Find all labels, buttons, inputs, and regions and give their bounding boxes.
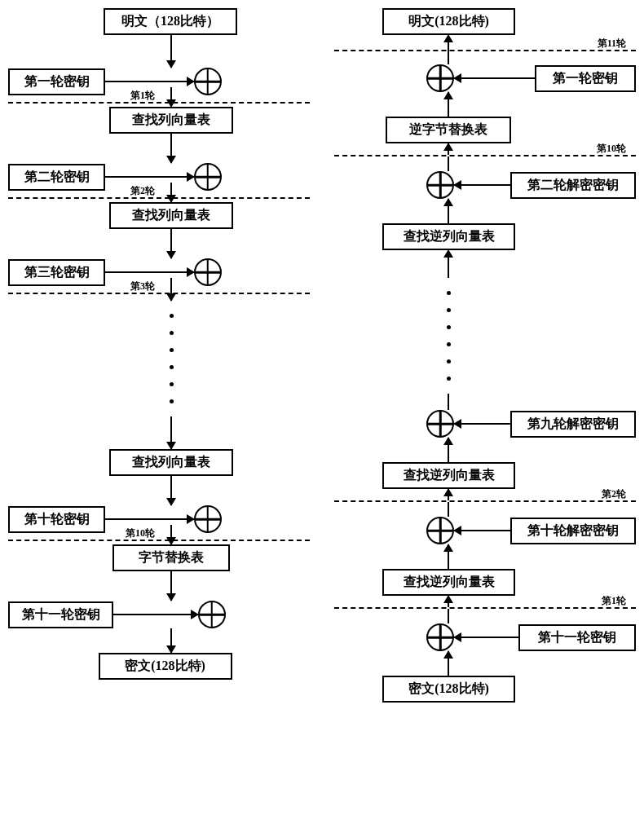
xor-icon [194, 68, 222, 95]
round-label-1r: 第1轮 [602, 594, 626, 608]
round-key-11: 第十一轮密钥 [8, 601, 113, 628]
round-label-10: 第10轮 [597, 142, 626, 156]
inv-lookup-2: 查找逆列向量表 [382, 223, 514, 250]
dec-key-1: 第一轮密钥 [535, 65, 636, 92]
xor-icon [194, 258, 222, 286]
xor-icon [426, 517, 454, 544]
plaintext-box: 明文(128比特) [382, 8, 514, 35]
dec-key-11: 第十一轮密钥 [518, 624, 636, 651]
round-label-10: 第10轮 [126, 526, 155, 540]
ellipsis-icon [170, 314, 174, 403]
round-label-1: 第1轮 [130, 89, 155, 103]
byte-sub-table: 字节替换表 [112, 544, 230, 571]
xor-icon [194, 505, 222, 533]
dec-key-9: 第九轮解密密钥 [510, 411, 636, 438]
ellipsis-icon [447, 291, 451, 381]
ciphertext-box: 密文(128比特) [382, 676, 514, 703]
ciphertext-box: 密文(128比特) [99, 653, 232, 680]
lookup-table-1: 查找列向量表 [109, 107, 234, 134]
xor-icon [426, 623, 454, 651]
lookup-table-9: 查找列向量表 [109, 449, 234, 476]
plaintext-box: 明文（128比特） [104, 8, 237, 35]
round-label-2: 第2轮 [130, 184, 155, 198]
dec-key-2: 第二轮解密密钥 [510, 172, 636, 199]
round-label-3: 第3轮 [130, 280, 155, 293]
xor-icon [198, 601, 226, 628]
round-label-11: 第11轮 [598, 37, 626, 51]
round-key-3: 第三轮密钥 [8, 259, 105, 286]
round-key-1: 第一轮密钥 [8, 68, 105, 95]
decryption-flow: 明文(128比特) 第11轮 第一轮密钥 [334, 8, 636, 703]
xor-icon [426, 171, 454, 199]
inv-lookup-9: 查找逆列向量表 [382, 462, 514, 489]
dec-key-10: 第十轮解密密钥 [510, 518, 636, 544]
round-key-2: 第二轮密钥 [8, 164, 105, 191]
round-label-2r: 第2轮 [602, 487, 626, 501]
inv-byte-sub-table: 逆字节替换表 [386, 117, 511, 143]
xor-icon [426, 410, 454, 438]
xor-icon [194, 163, 222, 191]
round-key-10: 第十轮密钥 [8, 506, 105, 533]
xor-icon [426, 64, 454, 92]
lookup-table-2: 查找列向量表 [109, 202, 234, 229]
inv-lookup-10: 查找逆列向量表 [382, 569, 514, 596]
encryption-flow: 明文（128比特） 第一轮密钥 第1轮 [8, 8, 310, 680]
